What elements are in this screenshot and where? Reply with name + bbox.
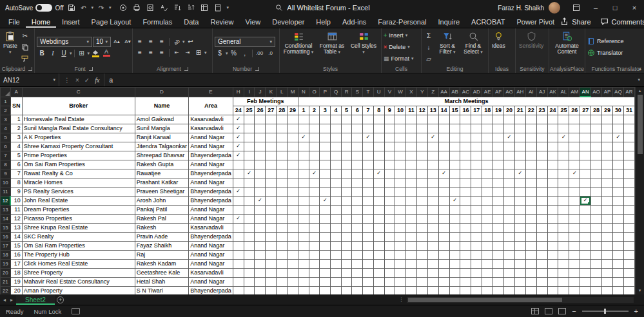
- cell-AK11[interactable]: [547, 187, 558, 196]
- cell-D17[interactable]: Fayaz Shaikh: [135, 241, 188, 250]
- format-as-table-button[interactable]: Format as Table ▾: [317, 30, 347, 64]
- customize-quick-access-chevron[interactable]: ▾: [227, 5, 229, 10]
- cell-J22[interactable]: [255, 286, 266, 294]
- cell-E6[interactable]: Anand Nagar: [189, 142, 233, 151]
- cell-E3[interactable]: Kasarvadavli: [189, 115, 233, 124]
- cell-AP7[interactable]: [602, 151, 613, 160]
- cell-Y6[interactable]: [416, 142, 427, 151]
- cell-AO19[interactable]: [591, 259, 602, 268]
- redo-dropdown-chevron[interactable]: ▾: [109, 5, 112, 10]
- cell-AH19[interactable]: [514, 259, 525, 268]
- cell-AB4[interactable]: [449, 124, 460, 133]
- cell-AL18[interactable]: [558, 250, 569, 259]
- scroll-down-arrow[interactable]: ▾: [639, 287, 641, 294]
- page-break-preview-button[interactable]: [558, 308, 566, 314]
- cell-H11[interactable]: ✓: [233, 187, 244, 196]
- column-header-AF[interactable]: AF: [493, 88, 504, 97]
- cell-AJ16[interactable]: [536, 232, 547, 241]
- cell-AB6[interactable]: [449, 142, 460, 151]
- clear-button[interactable]: [424, 54, 434, 63]
- cell-AH15[interactable]: [514, 223, 525, 232]
- row-header-5[interactable]: 5: [1, 133, 11, 142]
- cell-W16[interactable]: [395, 232, 406, 241]
- cell-W18[interactable]: [395, 250, 406, 259]
- cell-AQ11[interactable]: [612, 187, 623, 196]
- cell-T11[interactable]: [363, 187, 374, 196]
- cell-AP4[interactable]: [602, 124, 613, 133]
- cell-V19[interactable]: [384, 259, 395, 268]
- cell-J5[interactable]: [255, 133, 266, 142]
- cell-W19[interactable]: [395, 259, 406, 268]
- date-header[interactable]: 17: [471, 106, 482, 115]
- cell-D6[interactable]: Jitendra Talgaonkar: [135, 142, 188, 151]
- cell-AP21[interactable]: [602, 277, 613, 286]
- cell-S21[interactable]: [352, 277, 363, 286]
- cell-W8[interactable]: [395, 160, 406, 169]
- cell-AJ12[interactable]: [536, 196, 547, 205]
- cell-U10[interactable]: [373, 178, 384, 187]
- cell-M4[interactable]: [288, 124, 298, 133]
- cell-P3[interactable]: [320, 115, 331, 124]
- cell-AR5[interactable]: [623, 133, 634, 142]
- cell-R11[interactable]: [341, 187, 352, 196]
- undo-dropdown-chevron[interactable]: ▾: [92, 5, 94, 10]
- cell-T13[interactable]: [363, 205, 374, 214]
- cell-N7[interactable]: [298, 151, 309, 160]
- cell-U12[interactable]: [373, 196, 384, 205]
- cell-C16[interactable]: SKC Realty: [22, 232, 135, 241]
- cell-Q7[interactable]: [331, 151, 342, 160]
- cell-V8[interactable]: [384, 160, 395, 169]
- cell-AL17[interactable]: [558, 241, 569, 250]
- cell-AF21[interactable]: [493, 277, 504, 286]
- cell-R20[interactable]: [341, 268, 352, 277]
- cell-AJ19[interactable]: [536, 259, 547, 268]
- cell-N13[interactable]: [298, 205, 309, 214]
- cell-K4[interactable]: [266, 124, 277, 133]
- column-header-AC[interactable]: AC: [460, 88, 471, 97]
- cell-E10[interactable]: Anand Nagar: [189, 178, 233, 187]
- share-button[interactable]: Share: [560, 17, 590, 26]
- cell-AG22[interactable]: [504, 286, 515, 294]
- cut-button[interactable]: [20, 31, 30, 40]
- cell-L19[interactable]: [277, 259, 288, 268]
- cell-AD7[interactable]: [471, 151, 482, 160]
- date-header[interactable]: 18: [482, 106, 493, 115]
- cell-U11[interactable]: [373, 187, 384, 196]
- cell-E19[interactable]: Anand Nagar: [189, 259, 233, 268]
- cell-E9[interactable]: Bhayenderpada: [189, 169, 233, 178]
- cell-J6[interactable]: [255, 142, 266, 151]
- cell-AQ8[interactable]: [612, 160, 623, 169]
- align-right-icon[interactable]: [157, 48, 167, 57]
- cell-I16[interactable]: [244, 232, 255, 241]
- sensitivity-button[interactable]: Sensitivity: [518, 30, 545, 64]
- cell-J12[interactable]: ✓: [255, 196, 266, 205]
- align-left-icon[interactable]: [135, 48, 145, 57]
- select-all-corner[interactable]: [1, 88, 11, 97]
- cell-AH5[interactable]: [514, 133, 525, 142]
- cell-T15[interactable]: [363, 223, 374, 232]
- cell-AO20[interactable]: [591, 268, 602, 277]
- ribbon-display-options-icon[interactable]: [567, 0, 586, 15]
- cell-Q15[interactable]: [331, 223, 342, 232]
- printer-icon[interactable]: [132, 3, 141, 12]
- cell-Y16[interactable]: [416, 232, 427, 241]
- cell-L14[interactable]: [277, 214, 288, 223]
- cell-P13[interactable]: [320, 205, 331, 214]
- translator-button[interactable]: Translator: [587, 48, 623, 58]
- cell-AB14[interactable]: [449, 214, 460, 223]
- cell-AQ10[interactable]: [612, 178, 623, 187]
- cell-AH18[interactable]: [514, 250, 525, 259]
- cell-AD21[interactable]: [471, 277, 482, 286]
- cell-T8[interactable]: [363, 160, 374, 169]
- cell-C11[interactable]: PS Realty Services: [22, 187, 135, 196]
- date-header[interactable]: 24: [233, 106, 244, 115]
- cell-N5[interactable]: ✓: [298, 133, 309, 142]
- cell-AH14[interactable]: [514, 214, 525, 223]
- cell-M16[interactable]: [288, 232, 298, 241]
- cell-AK6[interactable]: [547, 142, 558, 151]
- horizontal-scrollbar[interactable]: [407, 297, 634, 303]
- cell-Y9[interactable]: [416, 169, 427, 178]
- date-header[interactable]: 22: [525, 106, 536, 115]
- cell-E13[interactable]: Anand Nagar: [189, 205, 233, 214]
- cell-AR11[interactable]: [623, 187, 634, 196]
